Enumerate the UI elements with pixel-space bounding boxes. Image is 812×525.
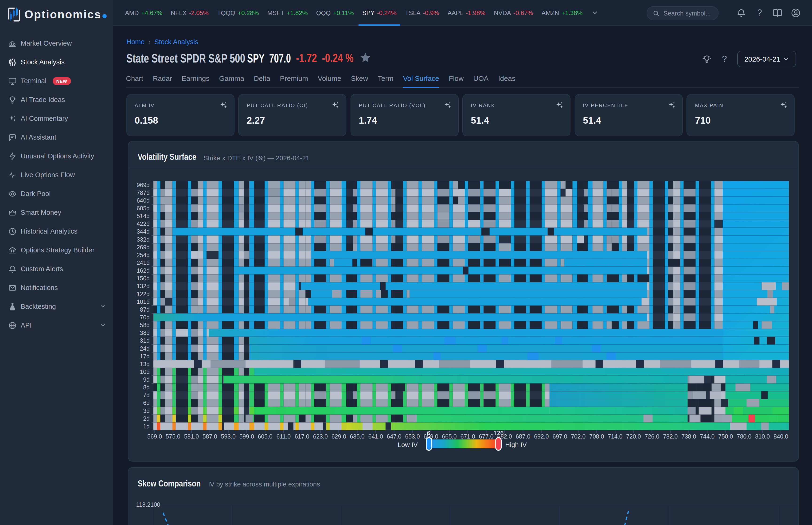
svg-text:132d: 132d [137,283,150,289]
svg-text:969d: 969d [137,182,150,188]
svg-text:122d: 122d [137,291,150,297]
svg-text:617.0: 617.0 [295,433,309,440]
svg-text:24d: 24d [140,345,150,352]
svg-text:269d: 269d [137,244,150,251]
svg-text:7d: 7d [143,392,150,398]
svg-text:422d: 422d [137,221,150,227]
svg-text:8d: 8d [143,384,150,391]
svg-text:575.0: 575.0 [166,433,181,440]
svg-text:332d: 332d [137,236,150,243]
svg-text:17d: 17d [140,353,150,360]
svg-text:720.0: 720.0 [626,433,641,440]
svg-text:581.0: 581.0 [184,433,199,440]
svg-text:697.0: 697.0 [553,433,567,440]
svg-text:780.0: 780.0 [737,433,752,440]
svg-text:750.0: 750.0 [718,433,733,440]
svg-text:599.0: 599.0 [240,433,254,440]
svg-text:1d: 1d [143,423,150,430]
svg-text:344d: 344d [137,228,150,235]
svg-text:569.0: 569.0 [147,433,162,440]
svg-text:605d: 605d [137,205,150,211]
svg-text:687.0: 687.0 [516,433,531,440]
svg-text:6d: 6d [143,400,150,406]
svg-text:150d: 150d [137,275,150,282]
svg-text:9d: 9d [143,376,150,383]
svg-text:641.0: 641.0 [368,433,383,440]
svg-text:241d: 241d [137,259,150,266]
svg-text:840.0: 840.0 [773,433,788,440]
svg-text:514d: 514d [137,213,150,219]
svg-text:13d: 13d [140,361,150,367]
svg-text:810.0: 810.0 [755,433,770,440]
svg-text:254d: 254d [137,252,150,258]
svg-text:635.0: 635.0 [350,433,365,440]
svg-text:126: 126 [493,430,504,437]
svg-text:665.0: 665.0 [442,433,457,440]
svg-text:58d: 58d [140,322,150,328]
svg-text:708.0: 708.0 [589,433,604,440]
svg-text:714.0: 714.0 [608,433,623,440]
svg-text:2d: 2d [143,415,150,422]
svg-text:738.0: 738.0 [681,433,696,440]
svg-text:611.0: 611.0 [276,433,291,440]
svg-text:647.0: 647.0 [387,433,401,440]
svg-text:623.0: 623.0 [313,433,328,440]
svg-text:70d: 70d [140,314,150,320]
svg-text:640d: 640d [137,197,150,204]
svg-text:6: 6 [427,430,430,437]
svg-text:31d: 31d [140,337,150,344]
svg-text:726.0: 726.0 [645,433,659,440]
svg-text:118.2100: 118.2100 [136,501,160,508]
svg-text:87d: 87d [140,306,150,313]
svg-text:593.0: 593.0 [221,433,236,440]
svg-text:692.0: 692.0 [534,433,549,440]
svg-text:101d: 101d [137,298,150,305]
svg-text:38d: 38d [140,329,150,336]
svg-text:702.0: 702.0 [571,433,586,440]
svg-text:787d: 787d [137,190,150,196]
svg-text:732.0: 732.0 [663,433,678,440]
svg-text:629.0: 629.0 [332,433,346,440]
svg-text:671.0: 671.0 [460,433,475,440]
svg-text:653.0: 653.0 [405,433,420,440]
svg-text:605.0: 605.0 [258,433,273,440]
svg-text:www: www [10,324,15,327]
svg-text:High IV: High IV [505,441,527,448]
svg-text:Low IV: Low IV [398,441,418,448]
svg-text:162d: 162d [137,267,150,274]
svg-text:587.0: 587.0 [202,433,217,440]
svg-text:744.0: 744.0 [700,433,715,440]
svg-text:3d: 3d [143,407,150,414]
svg-text:677.0: 677.0 [479,433,494,440]
svg-text:10d: 10d [140,369,150,375]
